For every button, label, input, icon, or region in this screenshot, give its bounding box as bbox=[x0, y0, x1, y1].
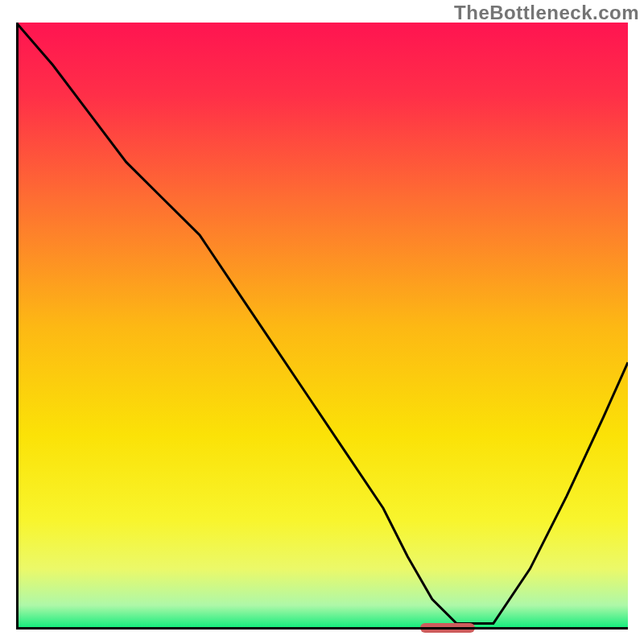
plot-svg bbox=[16, 23, 628, 630]
gradient-rect bbox=[16, 23, 628, 630]
plot-area bbox=[16, 23, 628, 630]
chart-canvas: TheBottleneck.com bbox=[0, 0, 644, 644]
watermark-text: TheBottleneck.com bbox=[454, 2, 639, 24]
y-axis bbox=[16, 23, 19, 630]
x-axis bbox=[16, 627, 628, 630]
